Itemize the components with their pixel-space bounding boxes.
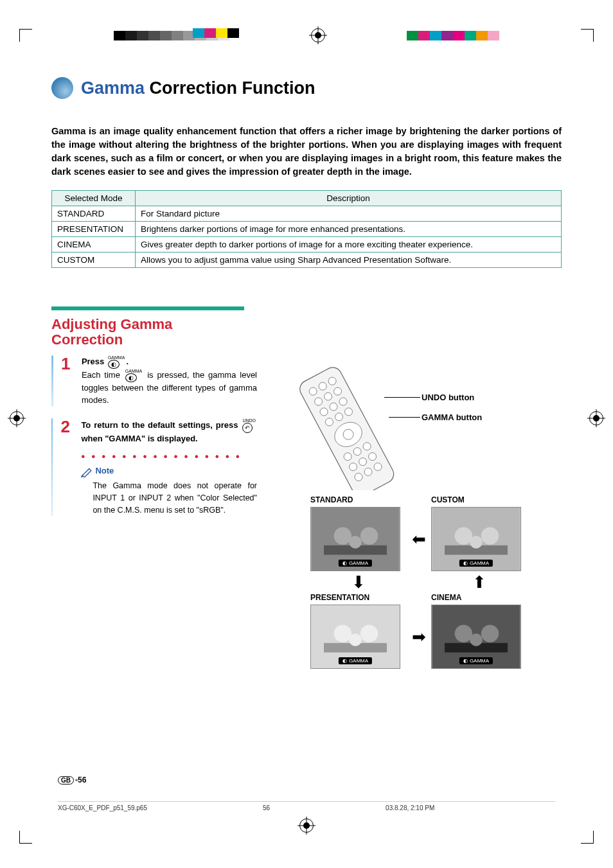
svg-point-32 (470, 536, 483, 549)
arrow-down-icon: ⬇ (310, 574, 407, 590)
svg-point-43 (481, 625, 499, 642)
note-header: Note (81, 465, 257, 477)
svg-point-31 (455, 527, 472, 545)
undo-button-icon: UNDO↶ (242, 418, 256, 433)
step2-lead-b: when "GAMMA" is displayed. (81, 434, 197, 443)
gamma-tag-icon: ◐ GAMMA (339, 560, 372, 567)
step1-lead-a: Press (82, 357, 107, 366)
page-number: -56 (75, 775, 86, 784)
step1-body-a: Each time (82, 370, 124, 380)
svg-point-38 (360, 625, 378, 642)
gamma-thumbnails: STANDARD CUSTOM ◐ GAMMA ⬅ ◐ GAMMA ⬇ ⬆ PR… (276, 495, 562, 669)
registration-mark-left (10, 411, 24, 425)
crop-marks-bottom (19, 831, 594, 844)
callout-line (389, 417, 420, 418)
thumb-cinema: ◐ GAMMA (431, 605, 521, 669)
th-mode: Selected Mode (52, 191, 136, 206)
print-page: 56 (263, 804, 270, 811)
registration-mark-right (589, 411, 603, 425)
gamma-tag-icon: ◐ GAMMA (459, 657, 493, 664)
thumb-label-presentation: PRESENTATION (310, 593, 407, 602)
step2-lead-a: To return to the default settings, press (81, 420, 241, 430)
intro-paragraph: Gamma is an image quality enhancement fu… (51, 125, 562, 179)
print-timestamp: 03.8.28, 2:10 PM (386, 804, 434, 811)
section-divider (51, 306, 244, 310)
arrow-up-icon: ⬆ (431, 574, 528, 590)
print-filename: XG-C60X_E_PDF_p51_59.p65 (58, 804, 147, 811)
remote-svg (276, 355, 437, 490)
svg-point-26 (334, 527, 351, 545)
svg-point-33 (481, 527, 499, 545)
gb-badge: GB (58, 776, 74, 784)
svg-point-42 (470, 634, 483, 647)
crop-marks-top (0, 26, 613, 45)
crop-corner-br (581, 831, 594, 844)
callout-line (384, 397, 420, 398)
step-number: 2 (60, 418, 75, 516)
table-row: PRESENTATIONBrightens darker portions of… (52, 222, 562, 237)
svg-point-36 (334, 625, 351, 642)
step-rail-icon (51, 418, 53, 516)
gamma-button-icon: GAMMA◐ (108, 355, 125, 369)
step1-lead-b: . (126, 357, 129, 366)
table-row: CUSTOMAllows you to adjust gamma value u… (52, 252, 562, 268)
callout-undo: UNDO button (422, 393, 474, 402)
gamma-tag-icon: ◐ GAMMA (459, 560, 493, 567)
arrow-right-icon: ➡ (409, 605, 429, 669)
thumb-label-cinema: CINEMA (431, 593, 528, 602)
page-footer: GB-56 (58, 775, 86, 784)
thumb-presentation: ◐ GAMMA (310, 605, 400, 669)
table-row: CINEMAGives greater depth to darker port… (52, 237, 562, 252)
svg-point-27 (349, 536, 362, 549)
color-bar (407, 31, 499, 40)
note-icon (81, 466, 93, 477)
thumb-standard: ◐ GAMMA (310, 507, 400, 571)
table-row: STANDARDFor Standard picture (52, 206, 562, 222)
print-metadata: XG-C60X_E_PDF_p51_59.p65 56 03.8.28, 2:1… (58, 801, 555, 811)
crop-corner-bl (19, 831, 32, 844)
registration-mark-top (311, 28, 325, 42)
thumb-custom: ◐ GAMMA (431, 507, 521, 571)
svg-point-37 (349, 634, 362, 647)
step-rail-icon (51, 355, 53, 407)
heading-bullet-icon (51, 77, 73, 99)
note-label: Note (95, 465, 114, 477)
thumb-label-standard: STANDARD (310, 495, 407, 504)
title-black: Correction Function (145, 78, 315, 98)
step-2: 2 To return to the default settings, pre… (51, 418, 257, 516)
arrow-left-icon: ⬅ (409, 507, 429, 571)
thumb-label-custom: CUSTOM (431, 495, 528, 504)
gamma-tag-icon: ◐ GAMMA (339, 657, 372, 664)
svg-point-41 (455, 625, 472, 642)
cmyk-bar (193, 28, 239, 38)
svg-point-28 (360, 527, 378, 545)
modes-table: Selected Mode Description STANDARDFor St… (51, 190, 562, 268)
note-body: The Gamma mode does not operate for INPU… (93, 480, 257, 516)
callout-gamma: GAMMA button (422, 412, 482, 422)
page-title: Gamma Correction Function (51, 77, 562, 99)
dotted-divider: • • • • • • • • • • • • • • • • (81, 449, 257, 464)
step-1: 1 Press GAMMA◐. Each time GAMMA◐ is pres… (51, 355, 257, 407)
step-number: 1 (61, 355, 75, 407)
crop-corner-tl (19, 29, 32, 42)
title-blue: Gamma (81, 78, 145, 98)
crop-corner-tr (581, 29, 594, 42)
section-heading: Adjusting Gamma Correction (51, 317, 244, 348)
th-desc: Description (136, 191, 562, 206)
remote-illustration: UNDO button GAMMA button (276, 355, 562, 490)
gamma-button-icon: GAMMA◐ (125, 369, 142, 382)
